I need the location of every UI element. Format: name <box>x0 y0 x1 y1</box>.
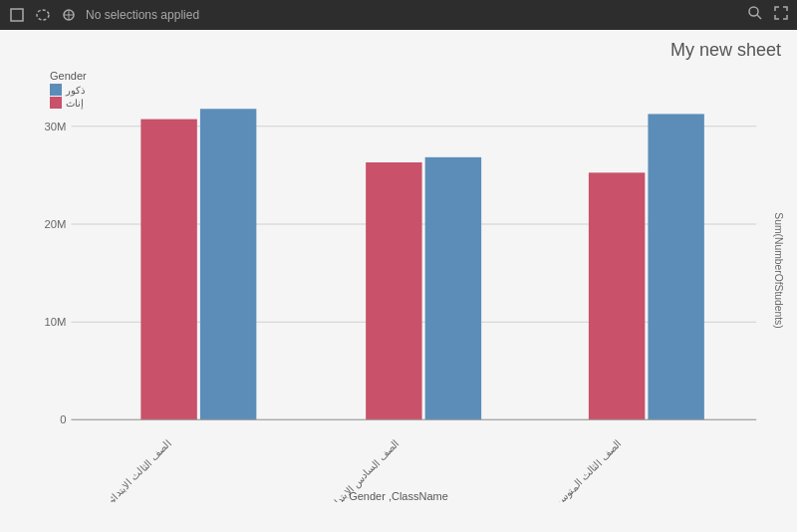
toolbar-status: No selections applied <box>86 8 199 22</box>
lasso-icon[interactable] <box>34 6 52 24</box>
toolbar: No selections applied <box>0 0 797 30</box>
chart-container: Gender ذكور إناث 0 <box>10 70 787 502</box>
svg-text:20M: 20M <box>45 218 67 230</box>
svg-point-1 <box>37 10 49 20</box>
bar-group1-female <box>140 120 196 420</box>
search-icon[interactable] <box>747 5 763 25</box>
chart-svg: 0 10M 20M 30M Sum(NumberOfStudents) <box>10 70 787 502</box>
bar-group3-female <box>589 172 645 419</box>
selection-icon[interactable] <box>8 6 26 24</box>
svg-point-5 <box>749 7 758 16</box>
svg-text:Sum(NumberOfStudents): Sum(NumberOfStudents) <box>773 212 784 328</box>
toolbar-right <box>747 5 789 25</box>
bar-group2-female <box>366 162 421 419</box>
x-axis-label: Gender ,ClassName <box>10 490 787 502</box>
svg-text:10M: 10M <box>45 316 67 328</box>
svg-text:30M: 30M <box>45 121 67 133</box>
snap-icon[interactable] <box>60 6 78 24</box>
bar-group2-male <box>425 157 481 420</box>
expand-icon[interactable] <box>773 5 789 25</box>
svg-rect-0 <box>11 9 23 21</box>
svg-line-6 <box>757 15 761 19</box>
bar-group1-male <box>200 109 256 419</box>
sheet-title: My new sheet <box>670 40 781 61</box>
main-area: My new sheet Gender ذكور إناث <box>0 30 797 532</box>
toolbar-left: No selections applied <box>8 6 199 24</box>
bar-group3-male <box>648 114 703 419</box>
svg-text:0: 0 <box>60 413 66 425</box>
